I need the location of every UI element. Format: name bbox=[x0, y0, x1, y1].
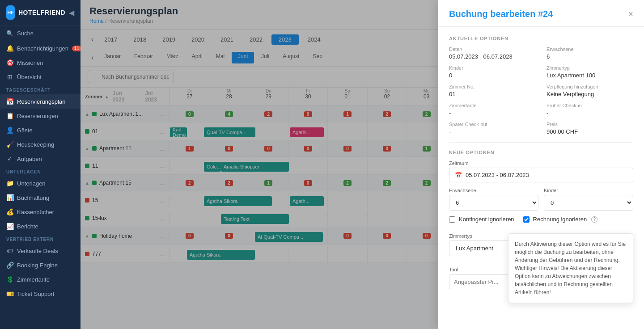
sidebar-item-label: Kassenbücher bbox=[17, 209, 54, 215]
section-label-unterlagen: UNTERLAGEN bbox=[0, 166, 80, 176]
kinder-select[interactable]: 0 1234 bbox=[544, 195, 633, 211]
panel-title: Buchung bearbeiten #24 bbox=[449, 9, 553, 19]
zimmertarife-value: - bbox=[449, 110, 536, 116]
info-zimmertarife: Zimmertarife - bbox=[449, 103, 536, 116]
divider bbox=[449, 142, 633, 143]
panel-close-button[interactable]: × bbox=[628, 9, 633, 19]
overview-icon: ⊞ bbox=[6, 73, 13, 80]
kontingent-label: Kontingent ignorieren bbox=[459, 216, 514, 223]
checkbox-row: Kontingent ignorieren Rechnung ignoriere… bbox=[449, 216, 633, 228]
sidebar-search-item[interactable]: 🔍 Suche bbox=[6, 30, 74, 37]
kontingent-row: Kontingent ignorieren bbox=[449, 216, 514, 223]
tarife-icon: 💲 bbox=[6, 276, 13, 283]
neue-options-label: NEUE OPTIONEN bbox=[449, 150, 633, 155]
sidebar-logo: HF HOTELFRIEND ◀ bbox=[0, 0, 80, 25]
rechnung-checkbox[interactable] bbox=[523, 216, 530, 223]
tasks-icon: ✓ bbox=[6, 155, 13, 162]
panel-body: AKTUELLE OPTIONEN Daten 05.07.2023 - 06.… bbox=[438, 27, 644, 329]
sidebar-item-buchhaltung[interactable]: 📊 Buchhaltung bbox=[0, 190, 80, 205]
frueher-checkin-label: Früher Check-in bbox=[547, 103, 633, 108]
sidebar-item-label: Gäste bbox=[17, 127, 33, 134]
logo-text: HOTELFRIEND bbox=[18, 9, 65, 16]
sidebar-item-booking-engine[interactable]: 🔗 Booking Engine bbox=[0, 258, 80, 272]
sidebar: HF HOTELFRIEND ◀ 🔍 Suche 🔔 Benachrichtig… bbox=[0, 0, 80, 329]
folder-icon: 📁 bbox=[6, 180, 13, 187]
sidebar-search-section: 🔍 Suche bbox=[0, 25, 80, 41]
sidebar-item-kassenbuecher[interactable]: 💰 Kassenbücher bbox=[0, 205, 80, 219]
erwachsene-value: 6 bbox=[547, 53, 633, 60]
ticket-icon: 🎫 bbox=[6, 290, 13, 297]
verpflegung-label: Verpflegung hinzufügen bbox=[547, 84, 633, 89]
daten-value: 05.07.2023 - 06.07.2023 bbox=[449, 53, 536, 60]
sidebar-item-label: Housekeeping bbox=[17, 141, 54, 148]
rechnung-row: Rechnung ignorieren ? bbox=[523, 216, 598, 223]
section-label-vertrieb: VERTRIEB EXTERN bbox=[0, 233, 80, 244]
sidebar-item-label: Ticket Support bbox=[17, 291, 54, 297]
info-erwachsene: Erwachsene 6 bbox=[547, 46, 633, 60]
reports-icon: 📈 bbox=[6, 223, 13, 230]
sidebar-item-label: Buchhaltung bbox=[17, 194, 49, 201]
sidebar-item-reservierungsplan[interactable]: 📅 Reservierungsplan bbox=[0, 94, 80, 109]
kinder-neue-label: Kinder bbox=[544, 188, 633, 193]
info-daten: Daten 05.07.2023 - 06.07.2023 bbox=[449, 46, 536, 60]
sidebar-item-label: Missionen bbox=[17, 59, 43, 66]
zeitraum-value: 05.07.2023 - 06.07.2023 bbox=[466, 172, 529, 178]
mission-icon: 🎯 bbox=[6, 59, 13, 66]
erwachsene-group: Erwachsene 6 1234578 bbox=[449, 188, 538, 211]
notification-badge: 11 bbox=[72, 46, 81, 51]
tooltip-popup: Durch Aktivierung dieser Option wird es … bbox=[508, 233, 633, 303]
sidebar-item-reservierungen[interactable]: 📋 Reservierungen bbox=[0, 109, 80, 123]
main-content: Reservierungsplan Home / Reservierungspl… bbox=[80, 0, 644, 329]
booking-edit-panel: Buchung bearbeiten #24 × AKTUELLE OPTION… bbox=[438, 0, 644, 329]
sidebar-item-missionen[interactable]: 🎯 Missionen bbox=[0, 55, 80, 70]
sidebar-item-unterlagen[interactable]: 📁 Unterlagen bbox=[0, 176, 80, 190]
current-options-label: AKTUELLE OPTIONEN bbox=[449, 36, 633, 41]
sidebar-item-label: Booking Engine bbox=[17, 262, 58, 269]
info-kinder: Kinder 0 bbox=[449, 65, 536, 79]
kinder-value: 0 bbox=[449, 72, 536, 79]
guests-row: Erwachsene 6 1234578 Kinder 0 1234 bbox=[449, 188, 633, 211]
sidebar-item-benachrichtigungen[interactable]: 🔔 Benachrichtigungen 11 bbox=[0, 41, 80, 55]
kontingent-checkbox[interactable] bbox=[449, 216, 455, 223]
sidebar-search-label: Suche bbox=[17, 30, 34, 37]
preis-label: Preis bbox=[547, 122, 633, 127]
zeitraum-field[interactable]: 📅 05.07.2023 - 06.07.2023 bbox=[449, 168, 633, 182]
list-icon: 📋 bbox=[6, 112, 13, 119]
kinder-group: Kinder 0 1234 bbox=[544, 188, 633, 211]
sidebar-item-label: Berichte bbox=[17, 223, 38, 230]
sidebar-item-aufgaben[interactable]: ✓ Aufgaben bbox=[0, 152, 80, 166]
sidebar-item-uebersicht[interactable]: ⊞ Übersicht bbox=[0, 70, 80, 84]
sidebar-item-zimmertarife[interactable]: 💲 Zimmertarife bbox=[0, 272, 80, 287]
panel-header: Buchung bearbeiten #24 × bbox=[438, 0, 644, 27]
sidebar-item-label: Aufgaben bbox=[17, 156, 42, 162]
collapse-icon[interactable]: ◀ bbox=[69, 8, 74, 17]
tooltip-icon[interactable]: ? bbox=[591, 216, 597, 223]
accounting-icon: 📊 bbox=[6, 194, 13, 201]
sidebar-item-ticket[interactable]: 🎫 Ticket Support bbox=[0, 287, 80, 301]
logo-icon: HF bbox=[6, 5, 15, 20]
section-label-tagesgeschaeft: TAGESGESCHÄFT bbox=[0, 84, 80, 94]
housekeeping-icon: 🧹 bbox=[6, 141, 13, 148]
erwachsene-label: Erwachsene bbox=[547, 46, 633, 52]
cash-icon: 💰 bbox=[6, 208, 13, 215]
zimmertyp-value: Lux Apartment 100 bbox=[547, 72, 633, 79]
sidebar-item-housekeeping[interactable]: 🧹 Housekeeping bbox=[0, 137, 80, 152]
kinder-label: Kinder bbox=[449, 65, 536, 71]
search-icon: 🔍 bbox=[6, 30, 13, 37]
sidebar-item-deals[interactable]: 🏷 Verkaufte Deals bbox=[0, 244, 80, 258]
zimmertyp-label: Zimmertyp bbox=[547, 65, 633, 71]
preis-value: 900,00 CHF bbox=[547, 128, 633, 135]
spaeter-checkout-value: - bbox=[449, 128, 536, 135]
sidebar-item-gaeste[interactable]: 👤 Gäste bbox=[0, 123, 80, 137]
zimmertarife-label: Zimmertarife bbox=[449, 103, 536, 108]
info-verpflegung: Verpflegung hinzufügen Keine Verpflegung bbox=[547, 84, 633, 97]
sidebar-item-label: Übersicht bbox=[17, 74, 42, 80]
panel-booking-number: #24 bbox=[538, 9, 553, 19]
sidebar-item-label: Reservierungsplan bbox=[17, 98, 65, 105]
daten-label: Daten bbox=[449, 46, 536, 52]
zimmer-no-label: Zimmer No. bbox=[449, 84, 536, 89]
panel-title-text: Buchung bearbeiten bbox=[449, 9, 535, 19]
zimmer-no-value: 01 bbox=[449, 91, 536, 97]
sidebar-item-berichte[interactable]: 📈 Berichte bbox=[0, 219, 80, 233]
erwachsene-select[interactable]: 6 1234578 bbox=[449, 195, 538, 211]
